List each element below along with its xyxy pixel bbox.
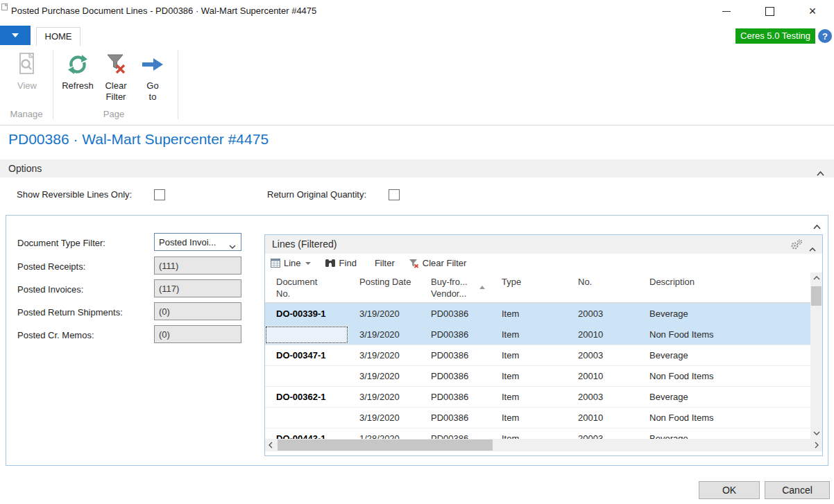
close-button[interactable]: ×: [791, 0, 834, 22]
cell-description[interactable]: Beverage: [638, 433, 810, 439]
cell-posting-date[interactable]: 1/28/2020: [348, 433, 420, 439]
column-header-no[interactable]: No.: [567, 272, 638, 302]
return-original-checkbox[interactable]: [389, 189, 400, 200]
horizontal-scrollbar[interactable]: [265, 439, 822, 451]
cell-document-no[interactable]: DO-00362-1: [265, 392, 348, 402]
scroll-up-icon[interactable]: [810, 272, 822, 284]
go-to-arrow-icon: [141, 51, 164, 78]
find-button[interactable]: Find: [325, 258, 357, 268]
document-type-filter-select[interactable]: Posted Invoi...: [154, 233, 241, 251]
cell-posting-date[interactable]: 3/19/2020: [348, 329, 420, 340]
application-menu-button[interactable]: [0, 26, 31, 45]
vertical-scrollbar-thumb[interactable]: [811, 286, 822, 306]
column-label: No.: [276, 288, 348, 299]
cell-description[interactable]: Beverage: [638, 309, 810, 319]
column-header-description[interactable]: Description: [638, 272, 810, 302]
cell-posting-date[interactable]: 3/19/2020: [348, 309, 420, 319]
table-row[interactable]: 3/19/2020PD00386Item20010Non Food Items: [265, 407, 810, 428]
table-row[interactable]: DO-00339-13/19/2020PD00386Item20003Bever…: [265, 303, 810, 324]
cell-document-no[interactable]: DO-00339-1: [265, 309, 348, 319]
cell-buy-from-vendor[interactable]: PD00386: [420, 371, 491, 381]
table-row[interactable]: 3/19/2020PD00386Item20010Non Food Items: [265, 365, 810, 386]
chevron-down-icon: [305, 262, 311, 265]
cell-document-no[interactable]: DO-00443-1: [265, 433, 348, 439]
cell-buy-from-vendor[interactable]: PD00386: [420, 433, 491, 439]
column-label: No.: [578, 276, 638, 288]
cell-posting-date[interactable]: 3/19/2020: [348, 350, 420, 360]
ok-button[interactable]: OK: [699, 481, 760, 499]
cell-description[interactable]: Beverage: [638, 392, 810, 402]
column-header-posting-date[interactable]: Posting Date: [348, 272, 420, 302]
options-section-header[interactable]: Options: [0, 159, 834, 177]
show-reversible-checkbox[interactable]: [154, 189, 165, 200]
column-header-buy-from-vendor[interactable]: Buy-fro... Vendor...: [420, 272, 491, 302]
view-button: View: [7, 51, 47, 92]
cell-buy-from-vendor[interactable]: PD00386: [420, 412, 491, 423]
ribbon-separator: [53, 50, 53, 119]
cell-buy-from-vendor[interactable]: PD00386: [420, 350, 491, 360]
cell-buy-from-vendor[interactable]: PD00386: [420, 329, 491, 340]
scroll-down-icon[interactable]: [810, 428, 822, 439]
cell-document-no[interactable]: [265, 326, 348, 344]
settings-gears-icon[interactable]: [791, 239, 803, 252]
cell-no[interactable]: 20010: [567, 329, 638, 340]
table-row[interactable]: DO-00443-11/28/2020PD00386Item20003Bever…: [265, 428, 810, 439]
cell-description[interactable]: Non Food Items: [638, 371, 810, 381]
maximize-icon: [765, 7, 774, 16]
lines-table-header: Document No. Posting Date Buy-fro... Ven…: [265, 272, 810, 303]
clear-filter-button[interactable]: Clear Filter: [99, 51, 133, 103]
cell-type[interactable]: Item: [491, 433, 567, 439]
table-row[interactable]: DO-00362-13/19/2020PD00386Item20003Bever…: [265, 386, 810, 407]
cell-no[interactable]: 20003: [567, 433, 638, 439]
cell-posting-date[interactable]: 3/19/2020: [348, 392, 420, 402]
line-menu-button[interactable]: Line: [271, 258, 311, 268]
tab-home[interactable]: HOME: [36, 27, 80, 46]
maximize-button[interactable]: [748, 0, 791, 22]
collapse-chevron-icon[interactable]: [809, 242, 816, 254]
cell-no[interactable]: 20003: [567, 392, 638, 402]
cell-document-no[interactable]: DO-00347-1: [265, 350, 348, 360]
cell-type[interactable]: Item: [491, 350, 567, 360]
cell-no[interactable]: 20003: [567, 309, 638, 319]
cell-posting-date[interactable]: 3/19/2020: [348, 412, 420, 423]
clear-filter-small-button[interactable]: Clear Filter: [409, 258, 467, 268]
vertical-scrollbar[interactable]: [810, 272, 822, 439]
table-row[interactable]: 3/19/2020PD00386Item20010Non Food Items: [265, 324, 810, 345]
cell-posting-date[interactable]: 3/19/2020: [348, 371, 420, 381]
cell-no[interactable]: 20003: [567, 350, 638, 360]
help-icon[interactable]: ?: [818, 29, 832, 43]
cell-type[interactable]: Item: [491, 329, 567, 340]
cell-type[interactable]: Item: [491, 309, 567, 319]
column-header-type[interactable]: Type: [491, 272, 567, 302]
cell-description[interactable]: Beverage: [638, 350, 810, 360]
window-controls: ×: [705, 0, 834, 22]
lines-table-body: DO-00339-13/19/2020PD00386Item20003Bever…: [265, 303, 810, 439]
collapse-chevron-icon[interactable]: [817, 166, 824, 179]
clear-filter-label-line2: Filter: [106, 92, 126, 103]
cell-description[interactable]: Non Food Items: [638, 412, 810, 423]
document-type-filter-value: Posted Invoi...: [159, 237, 216, 247]
cell-no[interactable]: 20010: [567, 412, 638, 423]
refresh-button[interactable]: Refresh: [58, 51, 97, 92]
posted-receipts-field: (111): [154, 257, 241, 275]
cell-buy-from-vendor[interactable]: PD00386: [420, 392, 491, 402]
cell-type[interactable]: Item: [491, 412, 567, 423]
cell-no[interactable]: 20010: [567, 371, 638, 381]
form-icon: [1, 1, 8, 14]
scroll-left-icon[interactable]: [265, 439, 276, 451]
filter-button[interactable]: Filter: [375, 258, 395, 268]
go-to-button[interactable]: Go to: [136, 51, 169, 103]
table-row[interactable]: DO-00347-13/19/2020PD00386Item20003Bever…: [265, 345, 810, 365]
clear-filter-label-line1: Clear: [105, 80, 126, 92]
scroll-right-icon[interactable]: [811, 439, 822, 451]
cell-description[interactable]: Non Food Items: [638, 329, 810, 340]
cell-buy-from-vendor[interactable]: PD00386: [420, 309, 491, 319]
cell-type[interactable]: Item: [491, 371, 567, 381]
minimize-icon: [722, 11, 731, 12]
cancel-button[interactable]: Cancel: [765, 481, 830, 499]
minimize-button[interactable]: [705, 0, 748, 22]
collapse-chevron-icon[interactable]: [813, 220, 821, 232]
column-header-document-no[interactable]: Document No.: [265, 272, 348, 302]
horizontal-scrollbar-thumb[interactable]: [278, 440, 493, 451]
cell-type[interactable]: Item: [491, 392, 567, 402]
